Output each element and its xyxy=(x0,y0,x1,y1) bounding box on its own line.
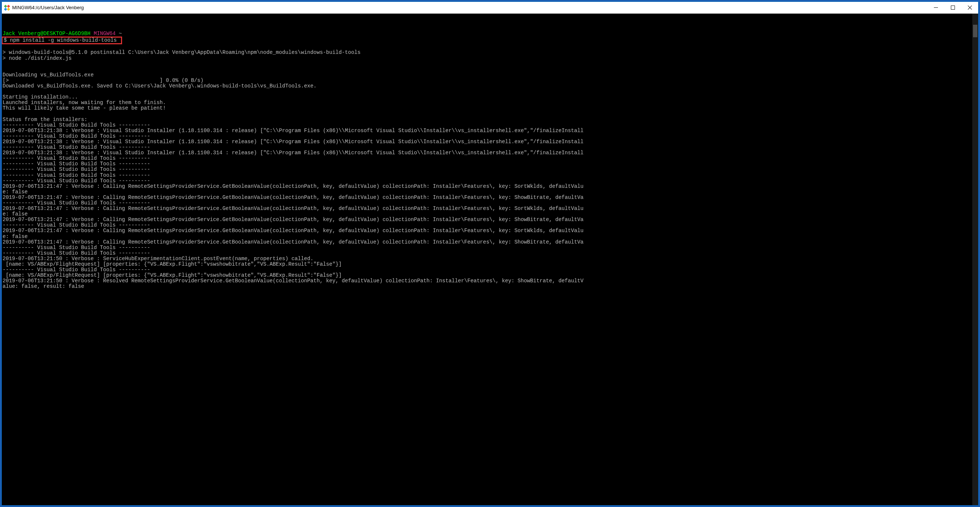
separator: ---------- Visual Studio Build Tools ---… xyxy=(3,250,150,256)
prompt-user-host: Jack Venberg@DESKTOP-AG6D9BH xyxy=(3,30,91,37)
log-line: 2019-07-06T13:21:47 : Verbose : Calling … xyxy=(3,183,584,189)
titlebar[interactable]: MINGW64:/c/Users/Jack Venberg xyxy=(2,2,978,14)
separator: ---------- Visual Studio Build Tools ---… xyxy=(3,161,150,167)
status-header: Status from the installers: xyxy=(3,116,88,123)
log-line: e: false xyxy=(3,211,28,217)
command-text: npm install -g windows-build-tools xyxy=(10,37,116,43)
log-line: 2019-07-06T13:21:47 : Verbose : Calling … xyxy=(3,239,584,245)
svg-rect-1 xyxy=(7,5,10,8)
separator: ---------- Visual Studio Build Tools ---… xyxy=(3,122,150,128)
log-line: 2019-07-06T13:21:50 : Verbose : ServiceH… xyxy=(3,256,313,261)
prompt-dollar: $ xyxy=(4,37,7,43)
separator: ---------- Visual Studio Build Tools ---… xyxy=(3,200,150,206)
svg-rect-3 xyxy=(7,7,10,10)
log-line: 2019-07-06T13:21:47 : Verbose : Calling … xyxy=(3,195,584,200)
log-line: 2019-07-06T13:21:38 : Verbose : Visual S… xyxy=(3,150,584,156)
log-line: 2019-07-06T13:21:38 : Verbose : Visual S… xyxy=(3,139,584,145)
separator: ---------- Visual Studio Build Tools ---… xyxy=(3,172,150,178)
window-title: MINGW64:/c/Users/Jack Venberg xyxy=(12,5,927,10)
separator: ---------- Visual Studio Build Tools ---… xyxy=(3,245,150,250)
starting-line-1: Starting installation... xyxy=(3,94,78,100)
log-line: [name: VS/ABExp/FlightRequest] [properti… xyxy=(3,272,342,278)
separator: ---------- Visual Studio Build Tools ---… xyxy=(3,133,150,139)
prompt-path: ~ xyxy=(119,30,122,37)
log-line: 2019-07-06T13:21:47 : Verbose : Calling … xyxy=(3,206,584,211)
downloaded-line: Downloaded vs_BuildTools.exe. Saved to C… xyxy=(3,83,317,89)
log-line: [name: VS/ABExp/FlightRequest] [properti… xyxy=(3,261,342,267)
prompt-line: Jack Venberg@DESKTOP-AG6D9BH MINGW64 ~ xyxy=(3,30,122,37)
window-frame: MINGW64:/c/Users/Jack Venberg Jack Venbe… xyxy=(2,2,978,505)
starting-line-2: Launched installers, now waiting for the… xyxy=(3,100,166,105)
prompt-env: MINGW64 xyxy=(94,30,116,37)
log-line: 2019-07-06T13:21:47 : Verbose : Calling … xyxy=(3,228,584,234)
log-line: e: false xyxy=(3,234,28,239)
downloading-line: Downloading vs_BuildTools.exe xyxy=(3,72,94,78)
separator: ---------- Visual Studio Build Tools ---… xyxy=(3,166,150,172)
command-highlight: $ npm install -g windows-build-tools xyxy=(2,37,122,44)
terminal[interactable]: Jack Venberg@DESKTOP-AG6D9BH MINGW64 ~ $… xyxy=(2,14,978,505)
progress-line: [> ] 0.0% (0 B/s) xyxy=(3,78,204,83)
log-line: e: false xyxy=(3,189,28,195)
starting-line-3: This will likely take some time - please… xyxy=(3,105,166,111)
close-button[interactable] xyxy=(961,2,978,13)
log-line: 2019-07-06T13:21:50 : Verbose : Resolved… xyxy=(3,278,584,284)
postinstall-line-2: > node ./dist/index.js xyxy=(3,55,72,61)
separator: ---------- Visual Studio Build Tools ---… xyxy=(3,222,150,228)
maximize-button[interactable] xyxy=(944,2,961,13)
separator: ---------- Visual Studio Build Tools ---… xyxy=(3,155,150,161)
svg-rect-4 xyxy=(951,6,955,10)
log-line: 2019-07-06T13:21:38 : Verbose : Visual S… xyxy=(3,128,584,134)
minimize-button[interactable] xyxy=(927,2,944,13)
window-controls xyxy=(927,2,978,13)
separator: ---------- Visual Studio Build Tools ---… xyxy=(3,144,150,150)
log-line: alue: false, result: false xyxy=(3,284,84,289)
scrollbar[interactable] xyxy=(972,14,978,505)
svg-rect-2 xyxy=(4,7,7,10)
separator: ---------- Visual Studio Build Tools ---… xyxy=(3,178,150,184)
postinstall-line-1: > windows-build-tools@5.1.0 postinstall … xyxy=(3,49,361,55)
mintty-icon xyxy=(4,5,10,11)
scrollbar-thumb[interactable] xyxy=(973,25,977,37)
log-line: 2019-07-06T13:21:47 : Verbose : Calling … xyxy=(3,217,584,223)
svg-rect-0 xyxy=(4,5,7,8)
terminal-content: Jack Venberg@DESKTOP-AG6D9BH MINGW64 ~ $… xyxy=(3,26,978,289)
separator: ---------- Visual Studio Build Tools ---… xyxy=(3,267,150,273)
